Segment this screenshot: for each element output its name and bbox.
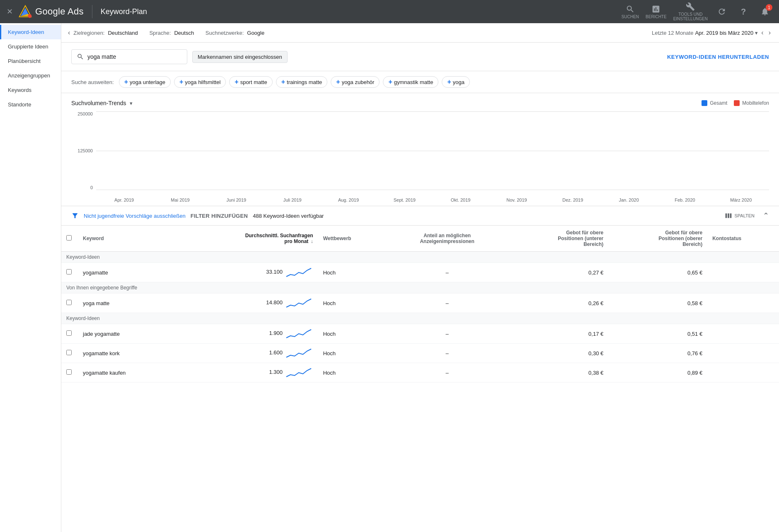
chart-y-axis: 250000 125000 0 <box>71 111 96 190</box>
suchen-button[interactable]: SUCHEN <box>622 5 639 19</box>
tools-button[interactable]: TOOLS UND EINSTELLUNGEN <box>673 2 708 21</box>
sidebar-item-keywords[interactable]: Keywords <box>0 83 61 97</box>
chart-legend: Gesamt Mobiltelefon <box>702 100 769 106</box>
bid-upper-cell: 0,65 € <box>608 263 707 282</box>
page-title-header: Keyword-Plan <box>101 7 147 16</box>
date-period-label: Letzte 12 Monate <box>652 30 693 36</box>
add-filter-button[interactable]: FILTER HINZUFÜGEN <box>191 213 248 219</box>
back-arrow-icon[interactable]: ‹ <box>68 29 70 36</box>
search-input-icon <box>77 53 84 60</box>
collapse-icon[interactable]: ⌃ <box>763 211 769 220</box>
notification-button[interactable]: 1 <box>757 4 772 19</box>
close-icon[interactable]: ✕ <box>7 7 13 16</box>
top-nav: ✕ Google Ads Keyword-Plan SUCHEN BERICHT… <box>0 0 779 23</box>
x-label-2: Juni 2019 <box>208 197 264 202</box>
filter-link[interactable]: Nicht jugendfreie Vorschläge ausschließe… <box>84 213 186 219</box>
legend-gesamt: Gesamt <box>702 100 727 106</box>
suchnetzwerke-label: Suchnetzwerke: <box>206 30 244 36</box>
y-label-125k: 125000 <box>77 148 93 153</box>
ad-impressions-cell: – <box>388 344 506 363</box>
sidebar-item-anzeigengruppen[interactable]: Anzeigengruppen <box>0 68 61 83</box>
date-prev-button[interactable]: ‹ <box>760 28 765 37</box>
sidebar-item-gruppierte-ideen[interactable]: Gruppierte Ideen <box>0 39 61 54</box>
bid-lower-cell: 0,38 € <box>506 363 608 383</box>
suchen-label: SUCHEN <box>622 14 639 19</box>
x-label-11: März 2020 <box>713 197 769 202</box>
date-nav: ‹ › <box>760 28 772 37</box>
content-area: Markennamen sind eingeschlossen KEYWORD-… <box>61 43 779 532</box>
filter-icon <box>71 212 79 219</box>
search-bar-section: Markennamen sind eingeschlossen KEYWORD-… <box>61 43 779 71</box>
chip-yoga-zubehor[interactable]: + yoga zubehör <box>331 76 380 88</box>
x-label-0: Apr. 2019 <box>96 197 152 202</box>
table-header-row: Keyword Durchschnittl. Suchanfragenpro M… <box>61 226 779 252</box>
x-label-5: Sept. 2019 <box>377 197 433 202</box>
sprache-value: Deutsch <box>174 30 194 36</box>
chip-yoga-hilfsmittel[interactable]: + yoga hilfsmittel <box>174 76 226 88</box>
row-checkbox[interactable] <box>66 369 72 375</box>
table-container: Keyword Durchschnittl. Suchanfragenpro M… <box>61 226 779 383</box>
header-bid-upper: Gebot für oberePositionen (obererBereich… <box>608 226 707 252</box>
sparkline <box>284 297 313 309</box>
refresh-button[interactable] <box>714 4 729 19</box>
sub-header: ‹ Zielregionen: Deutschland Sprache: Deu… <box>61 23 779 43</box>
bid-lower-cell: 0,30 € <box>506 344 608 363</box>
row-checkbox[interactable] <box>66 269 72 274</box>
avg-searches-cell: 1.300 <box>175 363 318 383</box>
x-label-10: Feb. 2020 <box>657 197 713 202</box>
app-name: Google Ads <box>35 6 84 17</box>
brand-tag: Markennamen sind eingeschlossen <box>192 51 288 63</box>
chart-dropdown-icon[interactable]: ▾ <box>130 100 133 106</box>
search-input[interactable] <box>87 53 170 60</box>
chip-yoga[interactable]: + yoga <box>442 76 470 88</box>
sidebar-item-standorte[interactable]: Standorte <box>0 97 61 112</box>
status-cell <box>707 344 779 363</box>
sidebar-item-keyword-ideen[interactable]: Keyword-Ideen <box>0 25 61 39</box>
header-competition: Wettbewerb <box>318 226 388 252</box>
main-content: ‹ Zielregionen: Deutschland Sprache: Deu… <box>61 23 779 532</box>
bid-upper-cell: 0,51 € <box>608 324 707 344</box>
header-avg-searches[interactable]: Durchschnittl. Suchanfragenpro Monat ↓ <box>175 226 318 252</box>
header-status: Kontostatus <box>707 226 779 252</box>
row-checkbox[interactable] <box>66 350 72 355</box>
ad-impressions-cell: – <box>388 363 506 383</box>
avg-searches-cell: 1.600 <box>175 344 318 363</box>
bid-upper-cell: 0,76 € <box>608 344 707 363</box>
avg-searches-cell: 14.800 <box>175 294 318 313</box>
chip-yoga-unterlage[interactable]: + yoga unterlage <box>119 76 171 88</box>
logo-icon <box>18 4 33 19</box>
ad-impressions-cell: – <box>388 294 506 313</box>
refresh-icon <box>717 7 726 16</box>
sidebar-item-planubersicht[interactable]: Planübersicht <box>0 54 61 68</box>
keyword-cell: yogamatte kaufen <box>78 363 175 383</box>
competition-cell: Hoch <box>318 263 388 282</box>
date-dropdown-icon[interactable]: ▾ <box>755 30 758 36</box>
berichte-button[interactable]: BERICHTE <box>646 5 667 19</box>
help-button[interactable]: ? <box>736 4 751 19</box>
date-next-button[interactable]: › <box>767 28 772 37</box>
download-button[interactable]: KEYWORD-IDEEN HERUNTERLADEN <box>667 54 769 60</box>
keyword-cell: yogamatte <box>78 263 175 282</box>
chip-sport-matte[interactable]: + sport matte <box>229 76 272 88</box>
row-checkbox[interactable] <box>66 330 72 336</box>
search-input-wrapper[interactable] <box>71 49 187 64</box>
avg-searches-cell: 1.900 <box>175 324 318 344</box>
columns-button[interactable]: SPALTEN <box>724 211 755 220</box>
bars-wrapper <box>96 111 769 190</box>
header-checkbox[interactable] <box>61 226 78 252</box>
sprache-label: Sprache: <box>149 30 171 36</box>
header-ad-impressions: Anteil an möglichenAnzeigenimpressionen <box>388 226 506 252</box>
header-keyword: Keyword <box>78 226 175 252</box>
status-cell <box>707 263 779 282</box>
bid-lower-cell: 0,27 € <box>506 263 608 282</box>
chip-gymnastik-matte[interactable]: + gymnastik matte <box>383 76 438 88</box>
bid-upper-cell: 0,58 € <box>608 294 707 313</box>
chart-plot <box>96 111 769 190</box>
row-checkbox[interactable] <box>66 300 72 305</box>
tools-label: TOOLS UND EINSTELLUNGEN <box>673 12 708 21</box>
chip-trainings-matte[interactable]: + trainings matte <box>276 76 328 88</box>
search-icon <box>626 5 635 14</box>
berichte-label: BERICHTE <box>646 14 667 19</box>
chart-title: Suchvolumen-Trends <box>71 100 126 106</box>
select-all-checkbox[interactable] <box>66 235 72 241</box>
